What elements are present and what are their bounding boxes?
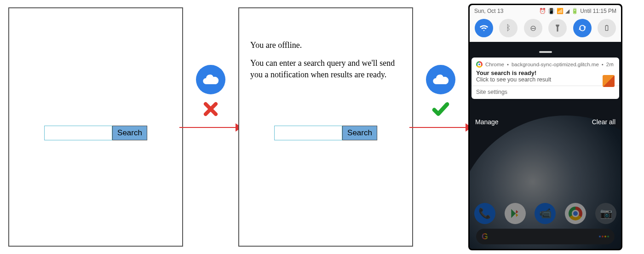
chrome-icon [476, 61, 483, 68]
manage-button[interactable]: Manage [475, 118, 499, 126]
notification-body: Click to see you search result [476, 76, 615, 83]
qs-bluetooth-icon[interactable]: ᛒ [499, 19, 518, 37]
shade-handle[interactable] [539, 51, 552, 53]
notification-app: Chrome [485, 62, 504, 67]
svg-rect-1 [606, 25, 608, 25]
search-row: Search [44, 126, 147, 140]
google-logo-icon: G [482, 232, 488, 242]
dock-chrome-icon[interactable] [565, 203, 586, 224]
qs-dnd-icon[interactable]: ⊖ [524, 19, 542, 37]
dock-phone-icon[interactable]: 📞 [474, 203, 495, 224]
cross-icon [201, 99, 220, 119]
qs-autorotate-icon[interactable] [573, 19, 592, 37]
panel-phone: Sun, Oct 13 ⏰ 📳 📶 ◢ 🔋 Until 11:15 PM ᛒ ⊖… [468, 4, 622, 250]
search-pill[interactable]: G [476, 229, 615, 244]
chevron-up-icon[interactable]: ⌃ [610, 62, 615, 69]
quick-settings-row: ᛒ ⊖ [470, 16, 621, 42]
search-row: Search [274, 126, 377, 140]
search-button[interactable]: Search [112, 126, 147, 140]
battery-icon: 🔋 [571, 8, 578, 14]
qs-wifi-icon[interactable] [475, 19, 493, 37]
offline-message: You are offline. You can enter a search … [250, 40, 401, 87]
dock-play-icon[interactable] [505, 203, 526, 224]
notification-card[interactable]: Chrome • background-sync-optimized.glitc… [472, 58, 619, 99]
offline-heading: You are offline. [250, 40, 401, 51]
notification-shade: Sun, Oct 13 ⏰ 📳 📶 ◢ 🔋 Until 11:15 PM ᛒ ⊖ [470, 5, 621, 42]
search-button[interactable]: Search [342, 126, 377, 140]
arrow-line [409, 127, 472, 128]
check-icon [431, 99, 450, 119]
clear-all-button[interactable]: Clear all [592, 118, 615, 126]
notification-title: Your search is ready! [476, 69, 615, 76]
notification-source: background-sync-optimized.glitch.me [512, 62, 599, 67]
qs-battery-saver-icon[interactable] [598, 19, 616, 37]
status-right-text: Until 11:15 PM [580, 8, 616, 14]
qs-flashlight-icon[interactable] [548, 19, 567, 37]
dock-camera-icon[interactable]: 📷 [595, 203, 616, 224]
dock-duo-icon[interactable]: 📹 [535, 203, 556, 224]
notification-header: Chrome • background-sync-optimized.glitc… [476, 61, 615, 68]
assistant-icon[interactable] [599, 236, 609, 237]
panel-offline: You are offline. You can enter a search … [238, 7, 413, 247]
transition-online [413, 7, 468, 247]
transition-offline [183, 7, 238, 247]
notification-footer: Manage Clear all [475, 118, 615, 126]
search-input[interactable] [44, 126, 112, 140]
alarm-icon: ⏰ [539, 8, 546, 14]
divider [472, 86, 619, 86]
signal-icon: ◢ [565, 8, 569, 14]
site-badge-icon [603, 75, 615, 87]
notification-action-site-settings[interactable]: Site settings [476, 89, 615, 95]
status-date: Sun, Oct 13 [474, 8, 503, 14]
wifi-icon: 📶 [557, 8, 564, 14]
cloud-icon [426, 65, 455, 94]
vibrate-icon: 📳 [548, 8, 555, 14]
search-input[interactable] [274, 126, 342, 140]
status-bar: Sun, Oct 13 ⏰ 📳 📶 ◢ 🔋 Until 11:15 PM [470, 5, 621, 16]
panel-initial: Search [8, 7, 183, 247]
status-right: ⏰ 📳 📶 ◢ 🔋 Until 11:15 PM [539, 8, 616, 14]
dock: 📞 📹 📷 [470, 203, 621, 224]
svg-rect-0 [606, 26, 608, 31]
arrow-line [179, 127, 242, 128]
cloud-icon [196, 65, 225, 94]
offline-body: You can enter a search query and we'll s… [250, 58, 401, 81]
